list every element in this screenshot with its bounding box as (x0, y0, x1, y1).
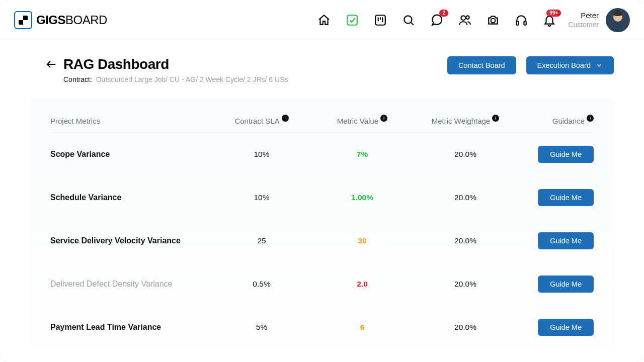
metric-weightage: 20.0% (413, 193, 518, 202)
contract-value: Outsourced Large Job/ CU - AG/ 2 Week Cy… (96, 75, 288, 83)
metric-weightage: 20.0% (413, 236, 518, 245)
info-icon[interactable]: i (380, 115, 387, 122)
page-title: RAG Dashboard (63, 56, 169, 72)
bell-icon[interactable]: 99+ (543, 14, 556, 27)
svg-point-4 (466, 16, 469, 19)
metric-sla: 0.5% (211, 280, 312, 289)
camera-icon[interactable] (487, 14, 500, 27)
topbar-right: 2 99+ Peter Customer (317, 8, 630, 32)
user-block[interactable]: Peter Customer (568, 8, 630, 32)
metric-name: Scope Variance (50, 150, 211, 159)
execution-board-label: Execution Board (537, 61, 591, 69)
back-arrow-icon[interactable] (45, 58, 57, 70)
head-actions: Contact Board Execution Board (447, 56, 614, 74)
guide-me-button[interactable]: Guide Me (538, 232, 594, 249)
guidance-cell: Guide Me (518, 146, 594, 163)
contact-board-label: Contact Board (458, 61, 505, 69)
user-text: Peter Customer (568, 11, 599, 29)
user-name: Peter (568, 11, 599, 20)
table-row: Delivered Defect Density Variance0.5%2.0… (50, 262, 594, 306)
th-contract-sla-label: Contract SLA (234, 117, 279, 125)
people-icon[interactable] (458, 14, 471, 27)
guidance-cell: Guide Me (518, 319, 594, 336)
contract-line: Contract: Outsourced Large Job/ CU - AG/… (63, 75, 288, 83)
logo[interactable]: GIGSBOARD (14, 11, 107, 29)
table-row: Payment Lead Time Variance5%620.0%Guide … (50, 306, 594, 349)
metric-value: 6 (312, 323, 413, 332)
chat-icon[interactable]: 2 (430, 14, 443, 27)
table-body: Scope Variance10%7%20.0%Guide MeSchedule… (50, 133, 594, 349)
search-icon[interactable] (402, 14, 415, 27)
logo-mark-icon (14, 11, 32, 29)
guide-me-button[interactable]: Guide Me (538, 146, 594, 163)
metric-weightage: 20.0% (413, 150, 518, 159)
metric-name: Service Delivery Velocity Variance (50, 236, 211, 245)
tasks-check-icon[interactable] (346, 14, 359, 27)
chevron-down-icon (596, 62, 603, 69)
contract-label: Contract: (63, 75, 92, 83)
metric-weightage: 20.0% (413, 323, 518, 332)
metric-value: 2.0 (312, 280, 413, 289)
board-icon[interactable] (374, 14, 387, 27)
svg-point-2 (405, 16, 412, 23)
metric-name: Payment Lead Time Variance (50, 323, 211, 332)
metric-value: 30 (312, 236, 413, 245)
svg-rect-0 (348, 15, 358, 25)
logo-text-light: BOARD (65, 13, 107, 27)
headphones-icon[interactable] (515, 14, 528, 27)
info-icon[interactable]: i (587, 115, 594, 122)
guide-me-button[interactable]: Guide Me (538, 319, 594, 336)
guidance-cell: Guide Me (518, 189, 594, 206)
table-row: Service Delivery Velocity Variance253020… (50, 219, 594, 262)
guide-me-button[interactable]: Guide Me (538, 189, 594, 206)
user-role: Customer (568, 21, 599, 29)
logo-text: GIGSBOARD (36, 13, 107, 27)
svg-rect-6 (517, 21, 519, 25)
metric-sla: 10% (211, 150, 312, 159)
svg-point-5 (491, 18, 496, 23)
icon-row: 2 99+ (317, 14, 556, 27)
svg-rect-7 (524, 21, 526, 25)
execution-board-button[interactable]: Execution Board (526, 56, 614, 74)
metric-sla: 10% (211, 193, 312, 202)
th-contract-sla: Contract SLAi (211, 117, 312, 125)
th-metric-weightage: Metric Weightagei (413, 117, 518, 125)
guidance-cell: Guide Me (518, 276, 594, 293)
th-metric-weightage-label: Metric Weightage (432, 117, 490, 125)
title-row: RAG Dashboard (45, 56, 288, 72)
th-project-metrics: Project Metrics (50, 117, 211, 125)
metric-name: Delivered Defect Density Variance (50, 280, 211, 289)
page-header-left: RAG Dashboard Contract: Outsourced Large… (45, 56, 288, 83)
th-guidance-label: Guidance (552, 117, 585, 125)
metrics-card: Project Metrics Contract SLAi Metric Val… (30, 98, 614, 349)
metric-sla: 25 (211, 236, 312, 245)
page-header: RAG Dashboard Contract: Outsourced Large… (0, 40, 644, 83)
contact-board-button[interactable]: Contact Board (447, 56, 516, 74)
metric-weightage: 20.0% (413, 280, 518, 289)
th-guidance: Guidancei (518, 117, 594, 125)
guidance-cell: Guide Me (518, 232, 594, 249)
svg-point-3 (461, 16, 466, 20)
metric-sla: 5% (211, 323, 312, 332)
home-icon[interactable] (317, 14, 331, 27)
top-bar: GIGSBOARD 2 (0, 0, 644, 40)
logo-text-bold: GIGS (36, 13, 65, 27)
metric-value: 7% (312, 150, 413, 159)
info-icon[interactable]: i (282, 115, 289, 122)
metric-name: Schedule Variance (50, 193, 211, 202)
table-row: Scope Variance10%7%20.0%Guide Me (50, 133, 594, 176)
bell-badge: 99+ (546, 10, 561, 17)
th-metric-value-label: Metric Value (337, 117, 378, 125)
info-icon[interactable]: i (492, 115, 499, 122)
th-metric-value: Metric Valuei (312, 117, 413, 125)
svg-rect-1 (376, 15, 386, 25)
chat-badge: 2 (439, 10, 448, 17)
metric-value: 1.00% (312, 193, 413, 202)
table-row: Schedule Variance10%1.00%20.0%Guide Me (50, 176, 594, 219)
avatar (606, 8, 630, 32)
guide-me-button[interactable]: Guide Me (538, 276, 594, 293)
table-head: Project Metrics Contract SLAi Metric Val… (50, 110, 594, 133)
